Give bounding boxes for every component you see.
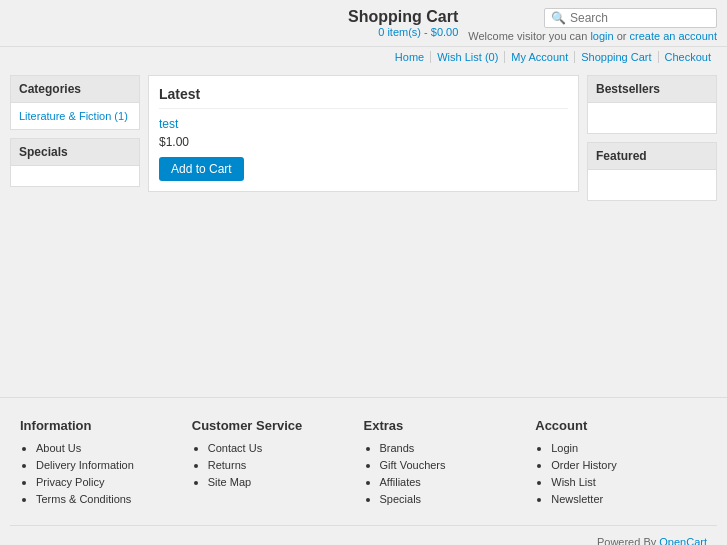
list-item: Site Map — [208, 475, 364, 489]
list-item: Login — [551, 441, 707, 455]
footer-col-customerservice: Customer Service Contact Us Returns Site… — [192, 418, 364, 509]
footer-columns: Information About Us Delivery Informatio… — [10, 418, 717, 509]
featured-content — [588, 170, 716, 200]
categories-title: Categories — [11, 76, 139, 103]
center-content: Latest test $1.00 Add to Cart — [148, 75, 579, 209]
search-input[interactable] — [570, 11, 710, 25]
specials-link[interactable]: Specials — [380, 493, 422, 505]
categories-content: Literature & Fiction (1) — [11, 103, 139, 129]
list-item: Privacy Policy — [36, 475, 192, 489]
brands-link[interactable]: Brands — [380, 442, 415, 454]
privacy-policy-link[interactable]: Privacy Policy — [36, 476, 104, 488]
footer-extras-title: Extras — [364, 418, 536, 433]
category-literature-fiction[interactable]: Literature & Fiction (1) — [19, 110, 128, 122]
specials-box: Specials — [10, 138, 140, 187]
footer-account-title: Account — [535, 418, 707, 433]
powered-by-label: Powered By — [597, 536, 659, 545]
list-item: Returns — [208, 458, 364, 472]
featured-box: Featured — [587, 142, 717, 201]
footer-extras-list: Brands Gift Vouchers Affiliates Specials — [364, 441, 536, 506]
nav-bar: Home Wish List (0) My Account Shopping C… — [0, 46, 727, 67]
gift-vouchers-link[interactable]: Gift Vouchers — [380, 459, 446, 471]
bestsellers-title: Bestsellers — [588, 76, 716, 103]
list-item: Wish List — [551, 475, 707, 489]
nav-checkout[interactable]: Checkout — [659, 51, 717, 63]
latest-box: Latest test $1.00 Add to Cart — [148, 75, 579, 192]
contact-us-link[interactable]: Contact Us — [208, 442, 262, 454]
footer-information-title: Information — [20, 418, 192, 433]
categories-box: Categories Literature & Fiction (1) — [10, 75, 140, 130]
list-item: Brands — [380, 441, 536, 455]
terms-conditions-link[interactable]: Terms & Conditions — [36, 493, 131, 505]
list-item: Contact Us — [208, 441, 364, 455]
left-sidebar: Categories Literature & Fiction (1) Spec… — [10, 75, 140, 209]
footer-col-information: Information About Us Delivery Informatio… — [20, 418, 192, 509]
featured-title: Featured — [588, 143, 716, 170]
product-item: test $1.00 Add to Cart — [159, 117, 568, 181]
bestsellers-box: Bestsellers — [587, 75, 717, 134]
list-item: Newsletter — [551, 492, 707, 506]
product-name-link[interactable]: test — [159, 117, 178, 131]
nav-myaccount[interactable]: My Account — [505, 51, 575, 63]
newsletter-link[interactable]: Newsletter — [551, 493, 603, 505]
footer-account-list: Login Order History Wish List Newsletter — [535, 441, 707, 506]
footer-col-account: Account Login Order History Wish List Ne… — [535, 418, 707, 509]
list-item: About Us — [36, 441, 192, 455]
cart-info[interactable]: 0 item(s) - $0.00 — [378, 26, 458, 38]
bestsellers-content — [588, 103, 716, 133]
search-icon: 🔍 — [551, 11, 566, 25]
footer-customerservice-list: Contact Us Returns Site Map — [192, 441, 364, 489]
nav-home[interactable]: Home — [389, 51, 431, 63]
nav-wishlist[interactable]: Wish List (0) — [431, 51, 505, 63]
delivery-info-link[interactable]: Delivery Information — [36, 459, 134, 471]
affiliates-link[interactable]: Affiliates — [380, 476, 421, 488]
cart-title: Shopping Cart — [348, 8, 458, 26]
list-item: Affiliates — [380, 475, 536, 489]
specials-content — [11, 166, 139, 186]
specials-title: Specials — [11, 139, 139, 166]
footer-customerservice-title: Customer Service — [192, 418, 364, 433]
list-item: Specials — [380, 492, 536, 506]
list-item: Delivery Information — [36, 458, 192, 472]
wish-list-footer-link[interactable]: Wish List — [551, 476, 596, 488]
nav-shoppingcart[interactable]: Shopping Cart — [575, 51, 658, 63]
add-to-cart-button[interactable]: Add to Cart — [159, 157, 244, 181]
about-us-link[interactable]: About Us — [36, 442, 81, 454]
latest-title: Latest — [159, 86, 568, 109]
login-footer-link[interactable]: Login — [551, 442, 578, 454]
site-map-link[interactable]: Site Map — [208, 476, 251, 488]
login-link[interactable]: login — [590, 30, 613, 42]
welcome-message: Welcome visitor you can login or create … — [468, 30, 717, 42]
right-sidebar: Bestsellers Featured — [587, 75, 717, 209]
footer-information-list: About Us Delivery Information Privacy Po… — [20, 441, 192, 506]
order-history-link[interactable]: Order History — [551, 459, 616, 471]
list-item: Gift Vouchers — [380, 458, 536, 472]
footer-bottom: Powered By OpenCart Beyond the Bookshelf… — [10, 525, 717, 545]
product-price: $1.00 — [159, 135, 568, 149]
create-account-link[interactable]: create an account — [630, 30, 717, 42]
list-item: Terms & Conditions — [36, 492, 192, 506]
footer-col-extras: Extras Brands Gift Vouchers Affiliates S… — [364, 418, 536, 509]
opencart-link[interactable]: OpenCart — [659, 536, 707, 545]
returns-link[interactable]: Returns — [208, 459, 247, 471]
list-item: Order History — [551, 458, 707, 472]
